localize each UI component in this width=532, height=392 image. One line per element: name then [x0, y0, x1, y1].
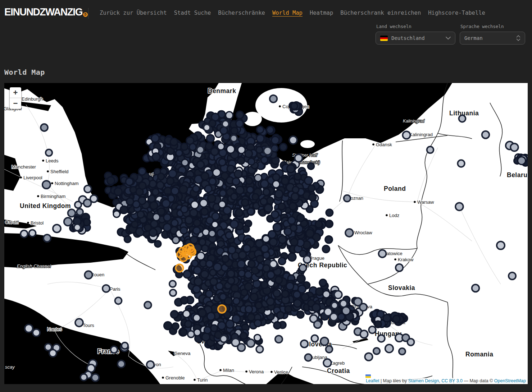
map-marker[interactable]: [238, 251, 246, 259]
map-marker[interactable]: [68, 209, 76, 217]
map-marker[interactable]: [202, 333, 210, 341]
map-marker[interactable]: [273, 223, 281, 231]
map-marker[interactable]: [274, 322, 281, 329]
map-marker[interactable]: [139, 182, 146, 189]
map-marker[interactable]: [170, 311, 178, 318]
map-marker[interactable]: [264, 147, 272, 155]
map-marker[interactable]: [292, 186, 299, 193]
map-marker[interactable]: [207, 313, 215, 320]
map-marker[interactable]: [245, 150, 253, 157]
map-marker[interactable]: [220, 335, 227, 342]
map-marker[interactable]: [289, 203, 296, 210]
map-marker[interactable]: [220, 294, 226, 300]
map-marker[interactable]: [293, 291, 300, 298]
map-marker[interactable]: [208, 194, 215, 202]
map-marker[interactable]: [291, 103, 297, 109]
map-marker[interactable]: [373, 348, 380, 354]
map-marker[interactable]: [297, 311, 304, 318]
map-marker[interactable]: [297, 214, 304, 221]
map-marker[interactable]: [219, 159, 226, 166]
map-marker[interactable]: [236, 111, 244, 119]
map-marker[interactable]: [49, 350, 56, 357]
map-marker[interactable]: [365, 353, 372, 360]
language-select[interactable]: German: [460, 32, 525, 45]
map-marker[interactable]: [149, 180, 156, 188]
map-marker[interactable]: [269, 238, 277, 246]
map-marker[interactable]: [180, 227, 187, 234]
map-marker[interactable]: [194, 267, 201, 274]
map-marker[interactable]: [378, 335, 385, 342]
map-marker[interactable]: [340, 300, 347, 307]
map-marker[interactable]: [228, 246, 236, 254]
map-marker[interactable]: [396, 264, 403, 271]
map-marker[interactable]: [248, 158, 255, 165]
map-marker[interactable]: [84, 185, 91, 193]
map-marker[interactable]: [241, 199, 249, 206]
map-marker[interactable]: [271, 211, 279, 218]
map-marker[interactable]: [122, 342, 128, 349]
map-marker[interactable]: [260, 180, 268, 188]
map-marker[interactable]: [323, 291, 330, 298]
map-marker[interactable]: [282, 291, 288, 298]
nav-link-stadt-suche[interactable]: Stadt Suche: [174, 10, 211, 16]
map-marker[interactable]: [270, 95, 277, 102]
map-marker[interactable]: [325, 236, 332, 243]
nav-link-highscore-tabelle[interactable]: Highscore-Tabelle: [428, 10, 485, 16]
map-marker[interactable]: [260, 198, 267, 205]
map-marker[interactable]: [130, 186, 136, 193]
map-marker[interactable]: [182, 159, 188, 166]
map-marker[interactable]: [92, 374, 99, 382]
map-marker[interactable]: [151, 134, 159, 142]
map-marker[interactable]: [299, 264, 306, 272]
map-marker[interactable]: [458, 160, 464, 167]
map-marker[interactable]: [301, 294, 309, 301]
map-marker[interactable]: [291, 238, 298, 246]
map-marker[interactable]: [205, 143, 213, 150]
map-marker[interactable]: [294, 300, 301, 307]
map-marker[interactable]: [126, 178, 133, 185]
map-marker[interactable]: [253, 280, 260, 288]
map-marker[interactable]: [169, 281, 176, 287]
map-marker[interactable]: [247, 314, 255, 321]
map-marker[interactable]: [308, 163, 314, 169]
map-marker[interactable]: [75, 319, 83, 327]
map-marker[interactable]: [185, 216, 193, 224]
map-marker[interactable]: [118, 360, 125, 368]
map-marker[interactable]: [204, 124, 210, 131]
map-marker[interactable]: [427, 147, 434, 153]
map-marker[interactable]: [385, 345, 393, 352]
map-marker[interactable]: [152, 153, 160, 161]
map-marker[interactable]: [330, 313, 337, 320]
map-marker[interactable]: [193, 185, 199, 192]
map-marker[interactable]: [273, 290, 281, 297]
map-marker[interactable]: [103, 285, 110, 292]
map-marker[interactable]: [212, 221, 218, 228]
map-marker[interactable]: [272, 137, 279, 144]
map-marker[interactable]: [179, 185, 187, 193]
map-marker[interactable]: [267, 126, 274, 134]
map-marker[interactable]: [250, 293, 258, 301]
map-marker[interactable]: [209, 178, 216, 185]
map-marker[interactable]: [74, 224, 81, 231]
map-marker[interactable]: [306, 230, 314, 237]
map-marker[interactable]: [214, 263, 222, 271]
map-marker[interactable]: [243, 245, 251, 252]
map-marker[interactable]: [193, 286, 200, 293]
map-marker[interactable]: [220, 127, 227, 134]
nav-link-b-cherschrank-einreichen[interactable]: Bücherschrank einreichen: [340, 10, 421, 16]
map-marker[interactable]: [230, 220, 238, 228]
map-marker[interactable]: [227, 270, 235, 277]
map-marker[interactable]: [156, 181, 164, 189]
map-marker[interactable]: [204, 327, 211, 333]
map-marker[interactable]: [218, 143, 224, 150]
map-marker[interactable]: [226, 112, 233, 119]
map-marker[interactable]: [308, 185, 315, 192]
map-marker[interactable]: [237, 343, 245, 351]
map-marker[interactable]: [247, 208, 254, 215]
map-marker[interactable]: [289, 136, 297, 144]
map-marker[interactable]: [323, 359, 331, 367]
map-marker[interactable]: [185, 320, 192, 327]
map-marker[interactable]: [482, 131, 490, 139]
map-marker[interactable]: [472, 285, 479, 292]
map-marker[interactable]: [124, 236, 131, 243]
